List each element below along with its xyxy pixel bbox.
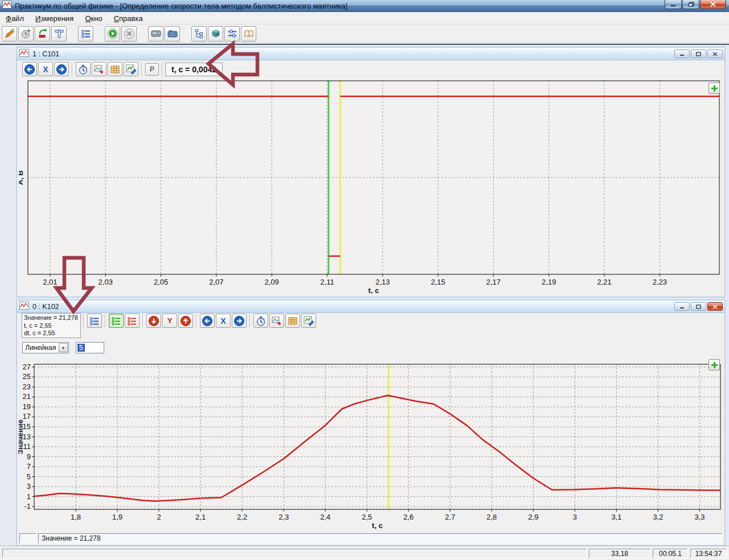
c101-chart-edit-button[interactable] [124,62,138,76]
c101-table-button[interactable] [108,62,122,76]
k102-chart-area[interactable]: 1,81,922,12,22,32,42,52,62,72,82,933,13,… [18,357,724,532]
k102-minimize-button[interactable] [674,302,690,311]
c101-chart-area[interactable]: 2,012,032,052,072,092,112,132,152,172,19… [19,79,724,294]
x-tick-label: 1,8 [71,513,81,521]
chart-edit-icon [126,64,137,75]
k102-points-input[interactable]: 5 [76,342,104,353]
x-tick-label: 2 [157,513,161,521]
c101-titlebar[interactable]: 1 : C101 [17,48,724,60]
c101-chart-svg[interactable]: 2,012,032,052,072,092,112,132,152,172,19… [19,79,724,294]
k102-table-button[interactable] [285,314,300,328]
k102-scale-down-button[interactable] [146,314,161,328]
x-tick-label: 2,15 [431,278,445,286]
minimize-button[interactable] [665,0,682,9]
y-tick-label: 9 [27,452,31,461]
y-axis-label: А, В [19,170,24,185]
processing-options-button[interactable] [224,26,240,42]
start-measure-button[interactable] [105,26,120,42]
c101-prev-button[interactable] [22,62,37,76]
stop-measure-button[interactable] [121,26,137,42]
y-tick-label: 23 [23,382,31,391]
settings-list-button[interactable] [78,26,93,42]
k102-titlebar[interactable]: 0 : K102 [17,300,724,313]
c101-zoom-plus-button[interactable] [708,83,720,94]
menu-item-окно[interactable]: Окно [79,13,108,24]
close-button[interactable] [700,0,726,9]
c101-next-button[interactable] [54,62,69,76]
x-tick-label: 3 [573,513,577,521]
sensor-probe-button[interactable] [51,26,67,42]
x-tick-label: 2,07 [209,278,223,286]
k102-list-green-button[interactable] [109,314,124,328]
x-tick-label: 2,8 [486,513,497,521]
reset-undo-button[interactable] [35,26,50,42]
y-tick-label: -1 [24,502,31,510]
combo-dropdown-icon[interactable]: ▼ [59,343,68,352]
menu-item-файл[interactable]: Файл [0,13,30,24]
y-tick-label: 1 [27,492,31,501]
k102-export-image-button[interactable] [269,314,284,328]
table-icon [110,64,120,75]
application-window: Практикум по общей физике - [Определение… [0,0,729,560]
chart-edit-icon [304,315,314,326]
k102-prev-button[interactable] [200,314,215,328]
journal-box-button[interactable] [208,26,223,42]
c101-p-button[interactable]: P [145,63,159,76]
launch-pencil-button[interactable] [2,26,17,42]
c101-stopwatch-button[interactable] [76,62,91,76]
c101-close-button[interactable] [707,50,723,58]
k102-zoom-plus-button[interactable] [708,359,720,370]
export-image-icon [272,316,282,326]
launch-pencil-icon [5,28,15,39]
menu-item-справка[interactable]: Справка [108,13,149,24]
statusbar-value: 33,18 [589,549,650,558]
y-tick-label: 19 [23,402,31,411]
nav-left-icon [24,64,35,75]
circle-arrow-down-icon [148,315,159,327]
sensor-probe-icon [54,28,64,39]
reset-undo-icon [38,28,48,39]
k102-list-button[interactable] [87,314,102,328]
k102-list-red-button[interactable] [125,314,140,328]
k102-chart-svg[interactable]: 1,81,922,12,22,32,42,52,62,72,82,933,13,… [18,357,724,532]
console-panel-button[interactable] [148,26,163,42]
c101-export-image-button[interactable] [92,62,107,76]
k102-smoothing-combo[interactable]: Линейная ▼ [22,342,69,353]
k102-next-button[interactable] [232,314,247,328]
y-axis-label: Значение [18,419,24,454]
k102-stopwatch-button[interactable] [253,314,268,328]
c101-x-button[interactable]: X [38,62,53,76]
c101-measurement-panel: t, c = 0,0042 [165,63,223,76]
c101-maximize-button[interactable] [691,50,706,58]
snapshot-camera-button[interactable] [165,26,180,42]
k102-status-value: Значение = 21,278 [38,533,722,543]
k102-chart-edit-button[interactable] [301,314,316,328]
k102-scale-up-button[interactable] [178,314,193,328]
menu-bar: ФайлИзмеренияОкноСправка [0,13,729,24]
points-value: 5 [77,344,85,352]
window-title: Практикум по общей физике - [Определение… [15,2,347,10]
stopwatch-icon [78,64,88,75]
k102-toolbar: Значение = 21,278 t, c = 2,55 dt, c = 2,… [17,313,724,340]
experiment-tree-button[interactable] [191,26,207,42]
k102-info-t: t, c = 2,55 [24,322,79,330]
list-green-icon [111,316,121,326]
k102-info-dt: dt, c = 2,55 [24,330,79,337]
x-tick-label: 3,1 [611,513,621,521]
help-book-button[interactable] [241,26,256,42]
k102-y-button[interactable]: Y [162,314,177,328]
run-clock-button[interactable] [18,26,34,42]
menu-item-измерения[interactable]: Измерения [30,13,79,24]
restore-button[interactable] [682,0,699,9]
k102-close-button[interactable] [707,302,723,311]
x-tick-label: 2,01 [43,278,57,286]
plus-icon [711,361,718,368]
start-measure-icon [107,28,118,39]
c101-minimize-button[interactable] [674,50,690,58]
x-tick-label: 2,11 [320,278,334,286]
y-tick-label: 21 [23,392,31,401]
journal-box-icon [211,28,221,39]
k102-x-button[interactable]: X [216,314,231,328]
x-axis-label: t, c [368,286,379,294]
k102-maximize-button[interactable] [691,302,706,311]
